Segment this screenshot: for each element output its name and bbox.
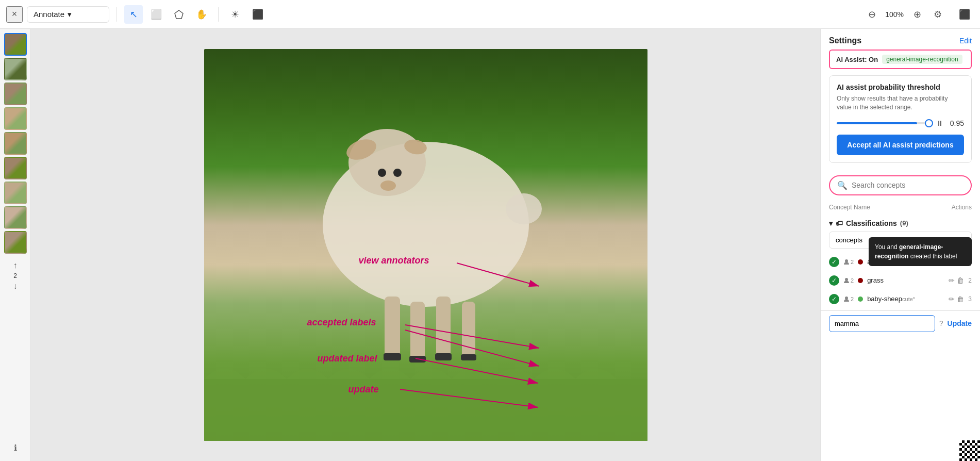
slider-track[interactable] bbox=[837, 122, 931, 124]
zoom-controls: ⊖ 100% ⊕ ⚙ bbox=[862, 5, 947, 24]
update-row: ? Update bbox=[821, 310, 980, 336]
concept-dot-grass bbox=[858, 278, 863, 283]
ai-assist-model: general-image-recognition bbox=[882, 55, 962, 64]
slider-fill bbox=[837, 122, 917, 124]
actions-header: Actions bbox=[952, 204, 972, 211]
bbox-tool-button[interactable]: ⬜ bbox=[147, 5, 165, 24]
info-icon[interactable]: ℹ bbox=[10, 439, 21, 457]
settings-header: Settings Edit bbox=[821, 29, 980, 50]
concept-name-baby-sheep: baby-sheepcute* bbox=[867, 295, 944, 303]
concept-annotators-grass: 2 bbox=[843, 277, 854, 284]
zoom-out-button[interactable]: ⊖ bbox=[862, 5, 881, 24]
accept-all-button[interactable]: Accept all AI assist predictions bbox=[837, 135, 964, 155]
thumbnail-7[interactable] bbox=[4, 182, 27, 204]
chevron-down-icon[interactable]: ▾ bbox=[829, 219, 833, 227]
page-number: 2 bbox=[13, 272, 17, 279]
svg-rect-11 bbox=[462, 302, 475, 358]
thumbnail-1[interactable] bbox=[4, 33, 27, 56]
threshold-section: AI assist probability threshold Only sho… bbox=[829, 75, 972, 163]
concept-number-baby-sheep: 3 bbox=[968, 295, 972, 303]
brightness-button[interactable]: ☀ bbox=[226, 5, 244, 24]
thumbnail-4[interactable] bbox=[4, 107, 27, 130]
toolbar-divider bbox=[117, 7, 117, 22]
concept-actions-grass: ✏ 🗑 bbox=[949, 276, 964, 285]
slider-row: ⏸ 0.95 bbox=[837, 119, 964, 127]
ai-assist-badge: Ai Assist: On general-image-recognition bbox=[829, 50, 972, 69]
search-concepts-input[interactable] bbox=[852, 181, 964, 189]
concept-item-grass: ✓ 2 grass ✏ 🗑 2 bbox=[821, 271, 980, 290]
classification-count: (9) bbox=[900, 219, 908, 227]
view-annotators-label: view annotators bbox=[359, 255, 429, 266]
toolbar: × Annotate ▾ ↖ ⬜ ✋ ☀ ⬛ ⊖ 100% ⊕ ⚙ ⬛ bbox=[0, 0, 980, 29]
threshold-title: AI assist probability threshold bbox=[837, 83, 964, 91]
help-icon[interactable]: ? bbox=[939, 319, 943, 327]
svg-rect-8 bbox=[385, 297, 400, 358]
thumbnail-5[interactable] bbox=[4, 132, 27, 155]
classifications-header: ▾ 🏷 Classifications (9) bbox=[821, 215, 980, 232]
edit-concept-grass[interactable]: ✏ bbox=[949, 276, 955, 285]
zoom-in-button[interactable]: ⊕ bbox=[908, 5, 926, 24]
thumbnail-6[interactable] bbox=[4, 157, 27, 179]
concept-check-baby-sheep: ✓ bbox=[829, 294, 839, 304]
svg-rect-13 bbox=[409, 356, 426, 363]
nav-down-button[interactable]: ↓ bbox=[12, 281, 19, 292]
select-tool-button[interactable]: ↖ bbox=[124, 5, 143, 24]
classifications-label: Classifications bbox=[846, 219, 897, 227]
svg-marker-0 bbox=[175, 10, 183, 19]
pan-tool-button[interactable]: ✋ bbox=[192, 5, 211, 24]
polygon-tool-button[interactable] bbox=[170, 5, 188, 24]
nav-up-button[interactable]: ↑ bbox=[12, 260, 19, 271]
checkerboard bbox=[959, 440, 980, 461]
svg-point-6 bbox=[393, 169, 402, 177]
edit-link[interactable]: Edit bbox=[959, 37, 972, 45]
thumbnail-9[interactable] bbox=[4, 231, 27, 254]
concept-list-header: Concept Name Actions bbox=[821, 202, 980, 215]
concept-annotators-baby-sheep: 2 bbox=[843, 296, 854, 302]
concept-item-baby-sheep: ✓ 2 baby-sheepcute* ✏ 🗑 3 bbox=[821, 290, 980, 308]
svg-point-5 bbox=[378, 169, 386, 177]
svg-rect-10 bbox=[436, 297, 451, 358]
svg-rect-9 bbox=[410, 302, 425, 361]
tooltip-box: You and general-image-recognition create… bbox=[869, 237, 972, 266]
crop-button[interactable]: ⬛ bbox=[248, 5, 267, 24]
close-button[interactable]: × bbox=[6, 6, 23, 23]
zoom-level: 100% bbox=[883, 10, 906, 19]
edit-concept-baby-sheep[interactable]: ✏ bbox=[949, 295, 955, 303]
tooltip-model: general-image-recognition bbox=[875, 243, 943, 260]
thumbnail-3[interactable] bbox=[4, 83, 27, 105]
toolbar-right: ⬛ bbox=[955, 5, 974, 24]
thumbnail-2[interactable] bbox=[4, 58, 27, 80]
accepted-labels-label: accepted labels bbox=[307, 317, 376, 328]
update-label: update bbox=[348, 384, 379, 395]
slider-icon: ⏸ bbox=[936, 119, 943, 127]
toolbar-divider-2 bbox=[218, 7, 219, 22]
concept-name-grass: grass bbox=[867, 276, 944, 284]
main-image: view annotators accepted labels updated … bbox=[204, 49, 647, 441]
ai-assist-label: Ai Assist: On bbox=[836, 56, 878, 63]
concept-check-animal: ✓ bbox=[829, 257, 839, 267]
thumbnail-8[interactable] bbox=[4, 206, 27, 229]
update-button[interactable]: Update bbox=[948, 319, 972, 327]
right-panel: Settings Edit Ai Assist: On general-imag… bbox=[820, 29, 980, 461]
concept-name-header: Concept Name bbox=[829, 204, 870, 211]
canvas-area[interactable]: view annotators accepted labels updated … bbox=[31, 29, 820, 461]
update-input[interactable] bbox=[829, 315, 935, 332]
search-icon: 🔍 bbox=[837, 180, 848, 190]
more-zoom-button[interactable]: ⚙ bbox=[928, 5, 947, 24]
thumbnail-strip: ↑ 2 ↓ ℹ bbox=[0, 29, 31, 461]
panel-toggle-button[interactable]: ⬛ bbox=[955, 5, 974, 24]
concepts-dropdown-label: concepts bbox=[836, 236, 862, 244]
concept-number-grass: 2 bbox=[968, 277, 972, 284]
svg-rect-15 bbox=[461, 354, 476, 360]
search-concepts-wrapper: 🔍 bbox=[829, 175, 972, 195]
delete-concept-grass[interactable]: 🗑 bbox=[957, 276, 964, 285]
mode-dropdown[interactable]: Annotate ▾ bbox=[27, 6, 109, 23]
delete-concept-baby-sheep[interactable]: 🗑 bbox=[957, 295, 964, 303]
slider-thumb[interactable] bbox=[925, 119, 933, 127]
svg-rect-14 bbox=[435, 353, 452, 360]
concept-check-grass: ✓ bbox=[829, 275, 839, 286]
updated-label-label: updated label bbox=[318, 353, 377, 364]
threshold-desc: Only show results that have a probabilit… bbox=[837, 94, 964, 112]
main-content: ↑ 2 ↓ ℹ bbox=[0, 29, 980, 461]
slider-value: 0.95 bbox=[949, 119, 964, 127]
